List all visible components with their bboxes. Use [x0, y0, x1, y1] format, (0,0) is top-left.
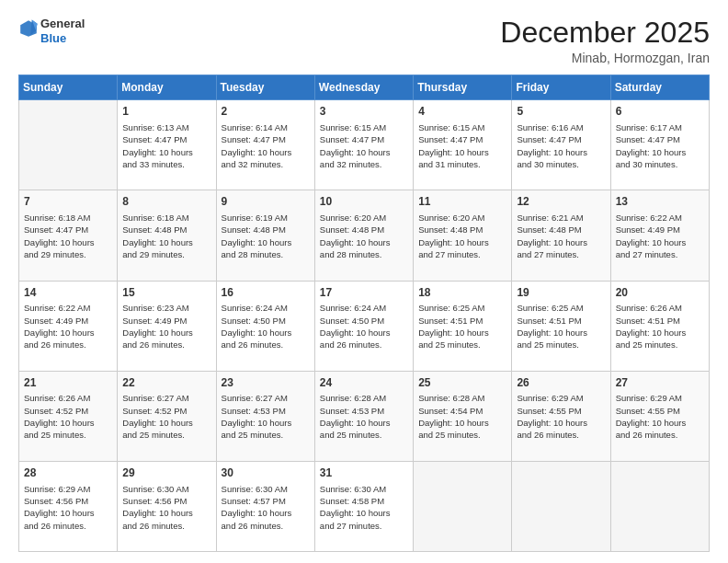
- calendar-cell: 24Sunrise: 6:28 AMSunset: 4:53 PMDayligh…: [314, 371, 413, 461]
- weekday-header: Saturday: [610, 75, 709, 100]
- calendar-cell: 9Sunrise: 6:19 AMSunset: 4:48 PMDaylight…: [216, 190, 314, 281]
- calendar-table: SundayMondayTuesdayWednesdayThursdayFrid…: [18, 75, 710, 552]
- calendar-cell: 17Sunrise: 6:24 AMSunset: 4:50 PMDayligh…: [314, 281, 413, 371]
- day-number: 15: [122, 285, 210, 301]
- calendar-cell: 4Sunrise: 6:15 AMSunset: 4:47 PMDaylight…: [414, 100, 512, 190]
- weekday-header: Sunday: [19, 75, 118, 100]
- day-number: 29: [122, 465, 210, 481]
- logo-icon: [18, 18, 39, 39]
- day-number: 30: [222, 465, 310, 481]
- day-number: 25: [418, 375, 506, 391]
- day-number: 14: [24, 285, 112, 301]
- calendar-cell: [414, 461, 512, 551]
- month-title: December 2025: [500, 17, 710, 49]
- calendar-cell: 12Sunrise: 6:21 AMSunset: 4:48 PMDayligh…: [512, 190, 610, 281]
- calendar-cell: [610, 461, 709, 551]
- logo: General Blue: [18, 17, 85, 45]
- day-number: 13: [616, 194, 704, 210]
- calendar-cell: 19Sunrise: 6:25 AMSunset: 4:51 PMDayligh…: [512, 281, 610, 371]
- calendar-cell: 11Sunrise: 6:20 AMSunset: 4:48 PMDayligh…: [414, 190, 512, 281]
- calendar-cell: 2Sunrise: 6:14 AMSunset: 4:47 PMDaylight…: [216, 100, 314, 190]
- calendar-cell: 14Sunrise: 6:22 AMSunset: 4:49 PMDayligh…: [19, 281, 118, 371]
- day-number: 21: [24, 375, 112, 391]
- day-number: 24: [320, 375, 408, 391]
- header: General Blue December 2025 Minab, Hormoz…: [18, 17, 710, 65]
- calendar-cell: 21Sunrise: 6:26 AMSunset: 4:52 PMDayligh…: [19, 371, 118, 461]
- day-number: 16: [222, 285, 310, 301]
- calendar-cell: 28Sunrise: 6:29 AMSunset: 4:56 PMDayligh…: [19, 461, 118, 551]
- calendar-cell: 18Sunrise: 6:25 AMSunset: 4:51 PMDayligh…: [414, 281, 512, 371]
- calendar-cell: 20Sunrise: 6:26 AMSunset: 4:51 PMDayligh…: [610, 281, 709, 371]
- calendar-cell: 3Sunrise: 6:15 AMSunset: 4:47 PMDaylight…: [314, 100, 413, 190]
- day-number: 31: [320, 465, 408, 481]
- day-number: 27: [616, 375, 704, 391]
- calendar-cell: 23Sunrise: 6:27 AMSunset: 4:53 PMDayligh…: [216, 371, 314, 461]
- calendar-cell: 25Sunrise: 6:28 AMSunset: 4:54 PMDayligh…: [414, 371, 512, 461]
- calendar-cell: 31Sunrise: 6:30 AMSunset: 4:58 PMDayligh…: [314, 461, 413, 551]
- day-number: 26: [517, 375, 605, 391]
- day-number: 6: [616, 104, 704, 120]
- calendar-cell: 16Sunrise: 6:24 AMSunset: 4:50 PMDayligh…: [216, 281, 314, 371]
- day-number: 18: [418, 285, 506, 301]
- calendar-cell: 7Sunrise: 6:18 AMSunset: 4:47 PMDaylight…: [19, 190, 118, 281]
- calendar-cell: 10Sunrise: 6:20 AMSunset: 4:48 PMDayligh…: [314, 190, 413, 281]
- day-number: 10: [320, 194, 408, 210]
- title-block: December 2025 Minab, Hormozgan, Iran: [500, 17, 710, 65]
- calendar-cell: 1Sunrise: 6:13 AMSunset: 4:47 PMDaylight…: [118, 100, 216, 190]
- calendar-cell: 27Sunrise: 6:29 AMSunset: 4:55 PMDayligh…: [610, 371, 709, 461]
- calendar-cell: 15Sunrise: 6:23 AMSunset: 4:49 PMDayligh…: [118, 281, 216, 371]
- calendar-cell: 29Sunrise: 6:30 AMSunset: 4:56 PMDayligh…: [118, 461, 216, 551]
- calendar-cell: 6Sunrise: 6:17 AMSunset: 4:47 PMDaylight…: [610, 100, 709, 190]
- calendar-cell: 22Sunrise: 6:27 AMSunset: 4:52 PMDayligh…: [118, 371, 216, 461]
- day-number: 12: [517, 194, 605, 210]
- weekday-header: Thursday: [414, 75, 512, 100]
- weekday-header: Monday: [118, 75, 216, 100]
- day-number: 17: [320, 285, 408, 301]
- day-number: 9: [222, 194, 310, 210]
- day-number: 3: [320, 104, 408, 120]
- day-number: 19: [517, 285, 605, 301]
- calendar-cell: 30Sunrise: 6:30 AMSunset: 4:57 PMDayligh…: [216, 461, 314, 551]
- day-number: 11: [418, 194, 506, 210]
- calendar-cell: 8Sunrise: 6:18 AMSunset: 4:48 PMDaylight…: [118, 190, 216, 281]
- calendar-cell: 26Sunrise: 6:29 AMSunset: 4:55 PMDayligh…: [512, 371, 610, 461]
- calendar-cell: [19, 100, 118, 190]
- calendar-cell: 5Sunrise: 6:16 AMSunset: 4:47 PMDaylight…: [512, 100, 610, 190]
- day-number: 20: [616, 285, 704, 301]
- calendar-cell: [512, 461, 610, 551]
- calendar-cell: 13Sunrise: 6:22 AMSunset: 4:49 PMDayligh…: [610, 190, 709, 281]
- day-number: 8: [122, 194, 210, 210]
- day-number: 2: [222, 104, 310, 120]
- day-number: 1: [122, 104, 210, 120]
- day-number: 5: [517, 104, 605, 120]
- weekday-header: Friday: [512, 75, 610, 100]
- page: General Blue December 2025 Minab, Hormoz…: [0, 0, 728, 563]
- day-number: 23: [222, 375, 310, 391]
- day-number: 7: [24, 194, 112, 210]
- day-number: 28: [24, 465, 112, 481]
- location-title: Minab, Hormozgan, Iran: [500, 51, 710, 65]
- logo-text: General Blue: [40, 17, 85, 45]
- day-number: 22: [122, 375, 210, 391]
- weekday-header: Wednesday: [314, 75, 413, 100]
- day-number: 4: [418, 104, 506, 120]
- weekday-header: Tuesday: [216, 75, 314, 100]
